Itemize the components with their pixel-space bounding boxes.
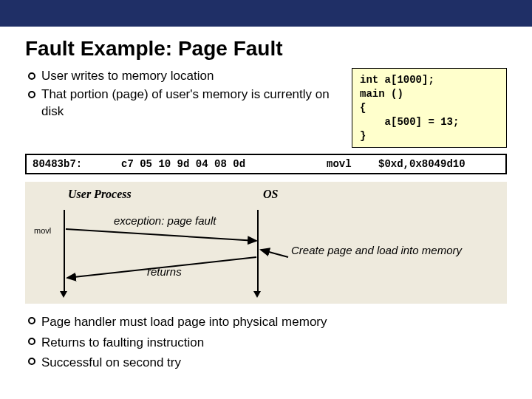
list-item: Returns to faulting instruction: [28, 333, 507, 352]
bullet-text: Returns to faulting instruction: [41, 333, 204, 352]
page-title: Fault Example: Page Fault: [25, 37, 507, 61]
action-label: Create page and load into memory: [291, 244, 462, 258]
bullet-text: Successful on second try: [41, 353, 181, 372]
user-process-label: User Process: [68, 188, 132, 201]
slide-body: Fault Example: Page Fault User writes to…: [0, 27, 532, 372]
asm-address: 80483b7:: [27, 155, 115, 173]
svg-line-0: [66, 229, 256, 241]
os-label: OS: [263, 188, 278, 201]
arrowhead-icon: [253, 291, 261, 298]
bullet-text: That portion (page) of user's memory is …: [41, 86, 338, 120]
bullet-icon: [28, 317, 35, 324]
list-item: Successful on second try: [28, 353, 507, 372]
list-item: User writes to memory location: [28, 68, 338, 85]
bullet-list-top: User writes to memory location That port…: [25, 68, 338, 122]
diagram: User Process OS movl exception: page fau…: [25, 182, 507, 304]
asm-bytes: c7 05 10 9d 04 08 0d: [115, 155, 321, 173]
asm-mnemonic: movl: [321, 155, 372, 173]
bullet-list-bottom: Page handler must load page into physica…: [25, 313, 507, 372]
code-box: int a[1000]; main () { a[500] = 13; }: [352, 68, 507, 148]
asm-row: 80483b7: c7 05 10 9d 04 08 0d movl $0xd,…: [25, 154, 507, 174]
bullet-text: User writes to memory location: [41, 68, 214, 85]
list-item: That portion (page) of user's memory is …: [28, 86, 338, 120]
bullet-icon: [28, 91, 35, 98]
bullet-icon: [28, 358, 35, 365]
top-row: User writes to memory location That port…: [25, 68, 507, 148]
svg-line-2: [261, 250, 288, 257]
movl-label: movl: [34, 226, 51, 235]
os-timeline: [257, 210, 259, 293]
arrowhead-icon: [60, 291, 67, 298]
returns-label: returns: [147, 265, 182, 278]
list-item: Page handler must load page into physica…: [28, 313, 507, 332]
user-timeline: [64, 210, 65, 293]
header-bar: [0, 0, 532, 27]
bullet-text: Page handler must load page into physica…: [41, 313, 327, 332]
bullet-icon: [28, 72, 35, 80]
asm-args: $0xd,0x8049d10: [372, 155, 505, 173]
bullet-icon: [28, 338, 35, 345]
exception-label: exception: page fault: [114, 214, 216, 227]
